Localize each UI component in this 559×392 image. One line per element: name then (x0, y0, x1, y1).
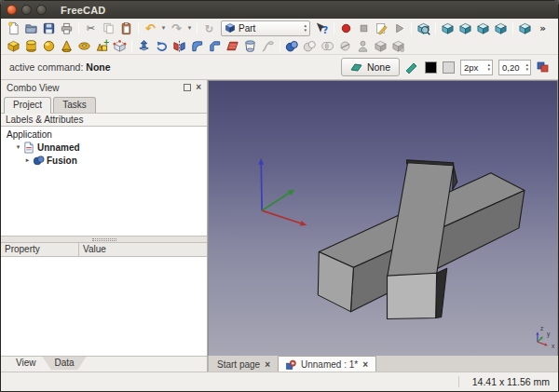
tab-tasks[interactable]: Tasks (53, 97, 96, 113)
freecad-window: FreeCAD ✂↶▾↷▾↻ Part ▴▾?» + active comman… (0, 0, 559, 392)
toolbar-separator (78, 22, 79, 34)
view-top-icon (476, 21, 490, 35)
part-cone-button[interactable] (58, 37, 75, 54)
svg-text:?: ? (322, 24, 328, 35)
working-plane-button[interactable]: None (341, 58, 400, 76)
toolbar-separator (334, 22, 334, 34)
refresh-button: ↻ (200, 20, 218, 36)
save-button[interactable] (40, 20, 58, 36)
view-left-button[interactable] (516, 20, 534, 36)
document-tab-label: Start page (217, 359, 260, 370)
3d-scene[interactable]: zyx (209, 81, 557, 356)
document-tab-active[interactable]: Unnamed : 1*× (278, 356, 376, 372)
minimize-button[interactable] (21, 5, 32, 15)
active-command-value: None (86, 61, 110, 73)
line-width-spinbox[interactable]: 2px ▴▾ (460, 60, 493, 75)
tab-view[interactable]: View (4, 357, 48, 371)
macro-stop-button (355, 20, 373, 36)
panel-close-icon[interactable]: × (196, 84, 201, 91)
part-fillet-button[interactable] (188, 37, 206, 54)
close-button[interactable] (7, 5, 17, 15)
tree-item-fusion[interactable]: ▸Fusion (1, 154, 207, 167)
boolean-common-icon (320, 39, 334, 53)
macro-play-button (390, 20, 408, 36)
document-tab-inactive[interactable]: Start page× (210, 357, 278, 372)
part-ruled-surface-button[interactable] (224, 37, 241, 54)
combo-view-panel: Combo View × ProjectTasks Labels & Attri… (1, 80, 208, 372)
panel-splitter[interactable] (1, 237, 207, 243)
cut-button[interactable]: ✂ (82, 20, 100, 36)
main-area: Combo View × ProjectTasks Labels & Attri… (1, 80, 558, 372)
boolean-union-button[interactable] (283, 37, 301, 54)
model-box-b-right-notch[interactable] (453, 166, 457, 190)
tree-item-label: Fusion (47, 155, 77, 166)
3d-viewport[interactable]: zyx (208, 80, 558, 356)
part-torus-icon (77, 39, 91, 53)
panel-float-icon[interactable] (184, 84, 191, 91)
view-right-button[interactable] (492, 20, 510, 36)
new-file-button[interactable] (5, 20, 22, 36)
part-mirror-button[interactable] (170, 37, 188, 54)
part-loft-icon (243, 39, 257, 53)
model-box-b-bottom-cap[interactable] (388, 273, 437, 318)
tree-item-unnamed[interactable]: ▾Unnamed (1, 141, 207, 154)
tree-expander-icon[interactable]: ▾ (14, 143, 22, 151)
paste-button[interactable] (117, 20, 135, 36)
undo-button[interactable]: ↶ (142, 20, 159, 36)
view-data-tabs: ViewData (1, 356, 207, 372)
line-color-swatch[interactable] (425, 61, 437, 74)
tab-close-icon[interactable]: × (265, 359, 270, 370)
combo-view-titlebar: Combo View × (1, 80, 207, 95)
macro-stop-icon (357, 21, 371, 35)
part-shape-builder-button[interactable] (111, 37, 129, 54)
part-revolve-icon (155, 39, 169, 53)
part-revolve-button[interactable] (153, 37, 170, 54)
tree-item-application[interactable]: Application (1, 128, 207, 141)
spin-arrows-icon[interactable]: ▴▾ (487, 62, 490, 72)
view-top-button[interactable] (474, 20, 492, 36)
tab-close-icon[interactable]: × (362, 359, 368, 370)
part-cone-icon (60, 39, 74, 53)
toolbar-overflow-button[interactable]: » (534, 20, 552, 36)
part-chamfer-button[interactable] (206, 37, 224, 54)
part-cylinder-button[interactable] (22, 37, 40, 54)
spin-arrows-icon[interactable]: ▴▾ (525, 62, 528, 72)
maximize-button[interactable] (36, 5, 47, 15)
open-folder-button[interactable] (22, 20, 40, 36)
view-axonometric-button[interactable] (439, 20, 457, 36)
part-primitives-button[interactable]: + (93, 37, 111, 54)
view-fit-button[interactable] (415, 20, 432, 36)
origin-z-axis (258, 158, 264, 210)
fusion-icon (32, 155, 45, 166)
document-tab-bar: Start page×Unnamed : 1*× (208, 356, 558, 372)
draft-tray: None 2px ▴▾ 0,20 ▴▾ (341, 58, 550, 76)
macro-edit-button[interactable] (373, 20, 390, 36)
whats-this-button[interactable]: ? (313, 20, 331, 36)
part-torus-button[interactable] (75, 37, 93, 54)
part-box-button[interactable] (5, 37, 22, 54)
part-shape-builder-icon (113, 39, 127, 53)
print-button[interactable] (58, 20, 75, 36)
macro-record-button[interactable] (337, 20, 355, 36)
part-compound-button (372, 37, 389, 54)
face-color-swatch[interactable] (443, 61, 455, 74)
toolbar-separator (280, 40, 280, 52)
mini-axis-label-x: x (552, 343, 555, 349)
workbench-selector[interactable]: Part ▴▾ (221, 20, 310, 36)
color-toggle-icon[interactable] (537, 61, 550, 74)
tree-expander-icon[interactable]: ▸ (23, 156, 32, 164)
part-sphere-button[interactable] (40, 37, 58, 54)
status-bar: 14.41 x 11.56 mm (1, 372, 558, 391)
text-scale-spinbox[interactable]: 0,20 ▴▾ (498, 60, 531, 75)
part-sweep-icon (261, 39, 275, 53)
model-box-b-right-side[interactable] (436, 268, 447, 318)
active-command-label: active command: None (9, 61, 111, 73)
part-extrude-button[interactable] (135, 37, 153, 54)
combo-spinner-icon[interactable]: ▴▾ (304, 23, 307, 33)
tab-data[interactable]: Data (43, 357, 87, 371)
autogroup-icon[interactable] (405, 61, 419, 74)
part-loft-button[interactable] (241, 37, 259, 54)
tab-project[interactable]: Project (4, 97, 51, 114)
undo-dropdown-arrow[interactable]: ▾ (159, 20, 168, 36)
view-front-button[interactable] (457, 20, 474, 36)
